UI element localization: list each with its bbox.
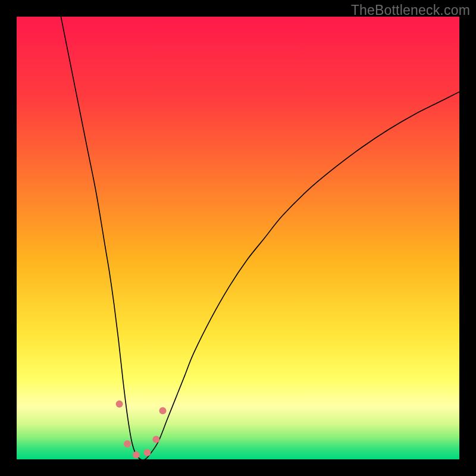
marker-point [124,440,131,447]
bottleneck-chart [17,17,459,459]
gradient-background [17,17,459,459]
marker-point [116,400,123,408]
marker-point [159,407,167,414]
marker-point [133,452,140,459]
marker-point [143,449,151,456]
marker-point [152,436,159,443]
watermark-text: TheBottleneck.com [351,2,470,18]
chart-frame [17,17,459,459]
